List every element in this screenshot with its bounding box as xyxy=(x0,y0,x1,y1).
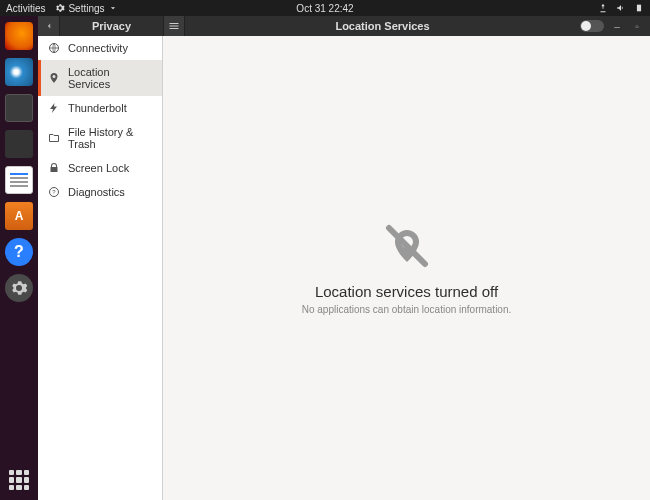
content-subtext: No applications can obtain location info… xyxy=(302,304,512,315)
panel-title: Privacy xyxy=(60,20,163,32)
gear-icon xyxy=(10,279,28,297)
sidebar-item-location-services[interactable]: Location Services xyxy=(38,60,162,96)
settings-window: Privacy Location Services – ▫ Connectivi… xyxy=(38,16,650,500)
back-button[interactable] xyxy=(38,16,60,36)
app-menu-label: Settings xyxy=(68,3,104,14)
files-icon[interactable] xyxy=(5,94,33,122)
sidebar-item-label: Location Services xyxy=(68,66,152,90)
libreoffice-icon[interactable] xyxy=(5,166,33,194)
location-off-icon xyxy=(383,222,431,273)
clock[interactable]: Oct 31 22:42 xyxy=(296,3,353,14)
help-icon[interactable]: ? xyxy=(5,238,33,266)
dock: A ? xyxy=(0,16,38,500)
diagnostics-icon: ? xyxy=(48,186,60,198)
thunderbolt-icon xyxy=(48,102,60,114)
maximize-button[interactable]: ▫ xyxy=(630,19,644,33)
window-headerbar: Privacy Location Services – ▫ xyxy=(38,16,650,36)
sidebar-item-label: Thunderbolt xyxy=(68,102,127,114)
toggle-knob xyxy=(581,21,591,31)
sidebar-item-file-history-trash[interactable]: File History & Trash xyxy=(38,120,162,156)
firefox-icon[interactable] xyxy=(5,22,33,50)
lock-icon xyxy=(48,162,60,174)
content-heading: Location services turned off xyxy=(315,283,498,300)
chevron-left-icon xyxy=(44,21,54,31)
power-icon xyxy=(634,3,644,13)
minimize-button[interactable]: – xyxy=(610,19,624,33)
content-area: Location services turned off No applicat… xyxy=(163,36,650,500)
sidebar-item-thunderbolt[interactable]: Thunderbolt xyxy=(38,96,162,120)
sidebar-item-label: Screen Lock xyxy=(68,162,129,174)
location-icon xyxy=(48,72,60,84)
activities-button[interactable]: Activities xyxy=(6,3,45,14)
hamburger-menu-button[interactable] xyxy=(163,16,185,36)
page-title: Location Services xyxy=(185,20,580,32)
gnome-topbar: Activities Settings Oct 31 22:42 xyxy=(0,0,650,16)
software-icon[interactable]: A xyxy=(5,202,33,230)
volume-icon xyxy=(616,3,626,13)
sidebar-item-label: Diagnostics xyxy=(68,186,125,198)
chevron-down-icon xyxy=(108,3,118,13)
sidebar-item-label: Connectivity xyxy=(68,42,128,54)
hamburger-icon xyxy=(168,20,180,32)
sidebar-item-screen-lock[interactable]: Screen Lock xyxy=(38,156,162,180)
sidebar-item-connectivity[interactable]: Connectivity xyxy=(38,36,162,60)
app-menu[interactable]: Settings xyxy=(55,3,117,14)
privacy-sidebar: Connectivity Location Services Thunderbo… xyxy=(38,36,163,500)
globe-icon xyxy=(48,42,60,54)
folder-icon xyxy=(48,132,60,144)
location-services-toggle[interactable] xyxy=(580,20,604,32)
thunderbird-icon[interactable] xyxy=(5,58,33,86)
settings-icon[interactable] xyxy=(5,274,33,302)
sidebar-item-diagnostics[interactable]: ? Diagnostics xyxy=(38,180,162,204)
network-icon xyxy=(598,3,608,13)
gear-icon xyxy=(55,3,65,13)
svg-text:?: ? xyxy=(52,189,56,195)
system-tray[interactable] xyxy=(598,3,644,13)
show-applications-button[interactable] xyxy=(9,470,29,490)
sidebar-item-label: File History & Trash xyxy=(68,126,152,150)
dark-app-icon[interactable] xyxy=(5,130,33,158)
